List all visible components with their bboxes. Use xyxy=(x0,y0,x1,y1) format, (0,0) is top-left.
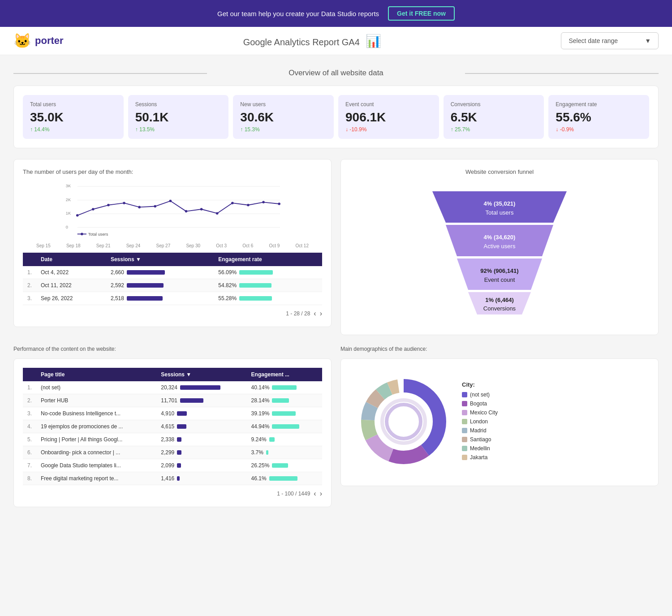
row-page: Google Data Studio templates li... xyxy=(36,459,156,472)
col-sessions[interactable]: Sessions ▼ xyxy=(106,253,214,266)
rate-bar xyxy=(272,385,297,390)
stat-change: ↑ 13.5% xyxy=(135,126,222,133)
logo-icon: 🐱 xyxy=(13,32,31,49)
legend-item: Medellin xyxy=(462,445,498,452)
legend-title: City: xyxy=(462,381,498,388)
users-chart-panel: The number of users per day of the month… xyxy=(13,159,332,327)
row-sessions: 11,701 xyxy=(156,394,246,407)
legend-label: London xyxy=(470,418,488,425)
left-column: The number of users per day of the month… xyxy=(13,159,332,335)
row-page: Onboarding- pick a connector | ... xyxy=(36,446,156,459)
svg-marker-31 xyxy=(457,258,542,290)
overview-title: Overview of all website data xyxy=(13,69,659,78)
sessions-pagination: 1 - 28 / 28 ‹ › xyxy=(23,310,322,318)
content-next-button[interactable]: › xyxy=(320,490,322,498)
content-prev-button[interactable]: ‹ xyxy=(314,490,316,498)
line-chart-svg: 3K 2K 1K 0 xyxy=(23,182,322,236)
legend-dot xyxy=(462,392,467,397)
legend-dot xyxy=(462,410,467,415)
svg-text:Total users: Total users xyxy=(486,209,514,216)
svg-marker-28 xyxy=(446,225,553,256)
free-button[interactable]: Get it FREE now xyxy=(388,6,455,21)
chart-funnel-row: The number of users per day of the month… xyxy=(13,159,659,335)
rate-bar xyxy=(239,283,271,288)
svg-point-17 xyxy=(216,212,219,215)
header: 🐱 porter Google Analytics Report GA4 📊 S… xyxy=(0,27,672,55)
row-rate: 54.82% xyxy=(214,279,322,292)
table-row: 1. (not set) 20,324 40.14% xyxy=(23,381,322,394)
row-rate: 40.14% xyxy=(247,381,322,394)
legend-label: Medellin xyxy=(470,445,490,452)
svg-point-13 xyxy=(154,205,156,208)
sessions-bar xyxy=(127,296,163,301)
demographics-panel: City: (not set) Bogota Mexico City Londo… xyxy=(340,358,659,486)
sessions-bar xyxy=(177,437,181,442)
stat-change: ↓ -0.9% xyxy=(556,126,642,133)
row-page: 19 ejemplos de promociones de ... xyxy=(36,420,156,433)
table-row: 3. No-code Business Intelligence t... 4,… xyxy=(23,407,322,420)
col-page: Page title xyxy=(36,368,156,381)
logo-area: 🐱 porter xyxy=(13,32,64,49)
stat-label: Conversions xyxy=(451,101,537,108)
row-rate: 39.19% xyxy=(247,407,322,420)
date-range-select[interactable]: Select date range ▼ xyxy=(561,32,659,49)
row-rate: 46.1% xyxy=(247,472,322,485)
row-rate: 3.7% xyxy=(247,446,322,459)
row-sessions: 4,615 xyxy=(156,420,246,433)
row-sessions: 2,338 xyxy=(156,433,246,446)
col-date: Date xyxy=(36,253,106,266)
row-rate: 56.09% xyxy=(214,266,322,279)
content-panel: Page title Sessions ▼ Engagement ... 1. … xyxy=(13,358,332,507)
legend-item: Santiago xyxy=(462,436,498,443)
legend-item: London xyxy=(462,418,498,425)
stat-value: 50.1K xyxy=(135,110,222,125)
users-chart-title: The number of users per day of the month… xyxy=(23,168,322,175)
stat-value: 906.1K xyxy=(345,110,432,125)
prev-page-button[interactable]: ‹ xyxy=(314,310,316,318)
row-num: 1. xyxy=(23,266,36,279)
demographics-legend: City: (not set) Bogota Mexico City Londo… xyxy=(462,381,498,463)
col-sessions[interactable]: Sessions ▼ xyxy=(156,368,246,381)
row-num: 5. xyxy=(23,433,36,446)
stat-card-0: Total users 35.0K ↑ 14.4% xyxy=(23,95,124,139)
demographics-label: Main demographics of the audience: xyxy=(340,346,659,352)
stat-value: 55.6% xyxy=(556,110,642,125)
legend-label: Mexico City xyxy=(470,409,498,416)
svg-point-12 xyxy=(138,206,141,209)
svg-text:2K: 2K xyxy=(66,198,71,202)
row-num: 6. xyxy=(23,446,36,459)
legend-item: Bogota xyxy=(462,401,498,407)
legend-dot xyxy=(462,455,467,460)
svg-point-14 xyxy=(169,200,172,202)
row-sessions: 2,518 xyxy=(106,292,214,305)
table-row: 5. Pricing | Porter | All things Googl..… xyxy=(23,433,322,446)
row-sessions: 20,324 xyxy=(156,381,246,394)
svg-text:Total users: Total users xyxy=(88,232,108,236)
next-page-button[interactable]: › xyxy=(320,310,322,318)
svg-text:92%
               (906,141): 92% (906,141) xyxy=(480,267,518,274)
stat-card-4: Conversions 6.5K ↑ 25.7% xyxy=(444,95,544,139)
row-page: No-code Business Intelligence t... xyxy=(36,407,156,420)
legend-dot xyxy=(462,428,467,433)
stat-value: 6.5K xyxy=(451,110,537,125)
rate-bar xyxy=(272,424,299,429)
legend-label: (not set) xyxy=(470,392,490,398)
stat-change: ↑ 14.4% xyxy=(30,126,116,133)
row-rate: 44.94% xyxy=(247,420,322,433)
sessions-bar xyxy=(177,476,180,481)
row-rate: 26.25% xyxy=(247,459,322,472)
donut-chart xyxy=(354,372,453,472)
row-num: 2. xyxy=(23,279,36,292)
header-title: Google Analytics Report GA4 📊 xyxy=(64,34,561,48)
svg-text:1K: 1K xyxy=(66,211,71,215)
row-date: Sep 26, 2022 xyxy=(36,292,106,305)
sessions-pagination-text: 1 - 28 / 28 xyxy=(286,310,310,317)
svg-point-18 xyxy=(231,202,234,204)
row-date: Oct 11, 2022 xyxy=(36,279,106,292)
legend-label: Madrid xyxy=(470,427,487,434)
funnel-title: Website conversion funnel xyxy=(350,168,649,175)
row-rate: 28.14% xyxy=(247,394,322,407)
row-rate: 55.28% xyxy=(214,292,322,305)
svg-point-16 xyxy=(200,208,203,211)
donut-svg xyxy=(354,372,453,471)
